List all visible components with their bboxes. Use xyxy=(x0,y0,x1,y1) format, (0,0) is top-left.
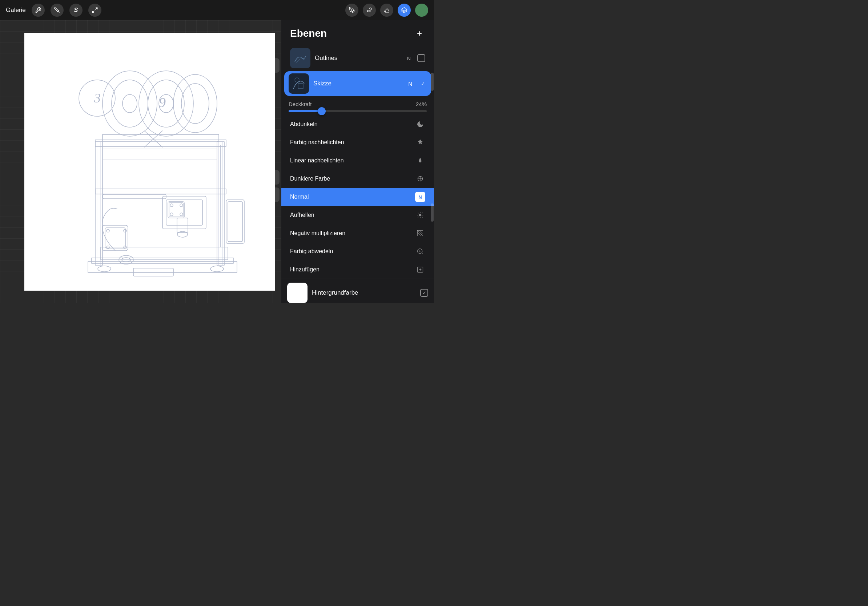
blend-row-hinzufuegen[interactable]: Hinzufügen xyxy=(281,260,434,279)
opacity-value: 24% xyxy=(416,101,427,107)
svg-point-11 xyxy=(122,94,137,113)
blend-name-aufhellen: Aufhellen xyxy=(290,212,415,218)
svg-line-76 xyxy=(420,231,423,234)
svg-point-48 xyxy=(107,246,109,249)
svg-point-9 xyxy=(102,71,157,136)
opacity-slider-thumb[interactable] xyxy=(318,107,326,115)
blend-row-abdunkeln[interactable]: Abdunkeln xyxy=(281,115,434,133)
blend-row-farbig-nachbelichten[interactable]: Farbig nachbelichten xyxy=(281,133,434,152)
svg-line-72 xyxy=(422,213,423,213)
blend-name-dunklere-farbe: Dunklere Farbe xyxy=(290,175,415,182)
transform-tool-button[interactable] xyxy=(88,4,101,17)
background-color-check[interactable]: ✓ xyxy=(420,289,428,297)
svg-line-71 xyxy=(418,217,419,218)
sketch-canvas[interactable]: .sketch { stroke: #b0b8cc; stroke-width:… xyxy=(24,33,275,291)
top-toolbar: Galerie S xyxy=(0,0,434,20)
layer-thumb-skizze xyxy=(288,73,309,94)
side-tool-panel xyxy=(263,58,281,202)
layer-check-skizze[interactable]: ✓ xyxy=(419,80,427,88)
side-tool-square[interactable] xyxy=(265,58,279,73)
blend-icon-normal: N xyxy=(415,192,425,202)
side-tool-undo[interactable] xyxy=(265,170,279,185)
svg-line-78 xyxy=(422,253,423,254)
blend-row-dunklere-farbe[interactable]: Dunklere Farbe xyxy=(281,170,434,188)
blend-row-farbig-abwedeln[interactable]: Farbig abwedeln xyxy=(281,242,434,260)
blend-icon-linear-nachbelichten xyxy=(415,156,425,166)
opacity-slider-fill xyxy=(288,110,322,112)
layer-thumb-outlines xyxy=(290,48,310,68)
pen-tool-button[interactable] xyxy=(345,4,358,17)
layer-mode-outlines: N xyxy=(407,55,411,62)
svg-rect-84 xyxy=(270,63,275,68)
add-layer-button[interactable]: + xyxy=(414,28,425,39)
panel-header: Ebenen + xyxy=(281,20,434,45)
layer-thumb-inner-skizze xyxy=(288,73,309,94)
blend-name-normal: Normal xyxy=(290,194,415,200)
svg-point-64 xyxy=(419,214,422,216)
side-indicators xyxy=(430,73,434,222)
panel-title: Ebenen xyxy=(290,28,327,39)
svg-line-69 xyxy=(418,213,419,213)
svg-point-30 xyxy=(211,266,223,272)
svg-text:3: 3 xyxy=(94,91,101,105)
blend-row-linear-nachbelichten[interactable]: Linear nachbelichten xyxy=(281,152,434,170)
layer-mode-skizze: N xyxy=(408,80,412,87)
layers-tool-button[interactable] xyxy=(398,4,411,17)
svg-point-13 xyxy=(148,80,184,127)
blend-mode-list: Abdunkeln Farbig nachbelichten Linear na… xyxy=(281,115,434,279)
blend-row-aufhellen[interactable]: Aufhellen xyxy=(281,206,434,224)
blend-row-negativ-multiplizieren[interactable]: Negativ multiplizieren xyxy=(281,224,434,242)
layer-row-outlines[interactable]: Outlines N xyxy=(284,46,431,71)
blend-icon-letter-normal: N xyxy=(418,194,422,200)
svg-rect-57 xyxy=(293,51,307,65)
selection-tool-button[interactable]: S xyxy=(70,4,82,17)
side-indicator-1 xyxy=(431,73,434,91)
layer-row-skizze[interactable]: Skizze N ✓ xyxy=(284,71,431,96)
layer-thumb-inner-outlines xyxy=(290,48,310,68)
blend-name-linear-nachbelichten: Linear nachbelichten xyxy=(290,157,415,164)
blend-icon-hinzufuegen xyxy=(415,264,425,275)
svg-line-4 xyxy=(92,11,94,13)
svg-line-75 xyxy=(418,232,421,236)
opacity-label: Deckkraft xyxy=(288,101,312,107)
blend-icon-negativ-multiplizieren xyxy=(415,228,425,238)
svg-text:9: 9 xyxy=(159,95,166,110)
svg-rect-31 xyxy=(133,268,174,276)
svg-rect-25 xyxy=(95,189,226,194)
gallery-button[interactable]: Galerie xyxy=(6,6,26,14)
svg-line-70 xyxy=(422,217,423,218)
colors-tool-button[interactable] xyxy=(415,4,428,17)
blend-icon-farbig-abwedeln xyxy=(415,246,425,257)
background-color-name: Hintergrundfarbe xyxy=(312,289,416,297)
svg-line-3 xyxy=(95,8,97,9)
side-indicator-2 xyxy=(431,204,434,222)
layer-check-outlines[interactable] xyxy=(417,54,425,62)
svg-rect-21 xyxy=(97,142,101,265)
background-color-thumb xyxy=(287,283,307,303)
svg-rect-55 xyxy=(226,200,244,243)
wrench-tool-button[interactable] xyxy=(32,4,45,17)
layers-panel: Ebenen + Outlines N xyxy=(281,20,434,303)
svg-point-5 xyxy=(351,9,352,11)
svg-rect-56 xyxy=(228,202,242,241)
svg-point-16 xyxy=(174,74,217,133)
canvas-area[interactable]: .sketch { stroke: #b0b8cc; stroke-width:… xyxy=(0,20,299,303)
svg-point-39 xyxy=(170,213,173,216)
blend-name-abdunkeln: Abdunkeln xyxy=(290,121,415,128)
svg-rect-20 xyxy=(95,142,102,265)
layer-name-outlines: Outlines xyxy=(315,54,402,62)
blend-row-normal[interactable]: Normal N xyxy=(281,188,434,206)
opacity-slider-track[interactable] xyxy=(288,110,427,112)
svg-point-46 xyxy=(107,229,109,232)
side-tool-redo[interactable] xyxy=(265,187,279,202)
blend-name-negativ-multiplizieren: Negativ multiplizieren xyxy=(290,230,415,237)
background-color-row[interactable]: Hintergrundfarbe ✓ xyxy=(281,279,434,303)
svg-rect-28 xyxy=(91,258,233,263)
blend-name-farbig-abwedeln: Farbig abwedeln xyxy=(290,248,415,255)
eraser-tool-button[interactable] xyxy=(380,4,393,17)
toolbar-left: Galerie S xyxy=(6,4,101,17)
blend-name-hinzufuegen: Hinzufügen xyxy=(290,266,415,273)
smudge-tool-button[interactable] xyxy=(363,4,376,17)
magic-wand-tool-button[interactable] xyxy=(51,4,64,17)
svg-point-37 xyxy=(170,204,173,207)
